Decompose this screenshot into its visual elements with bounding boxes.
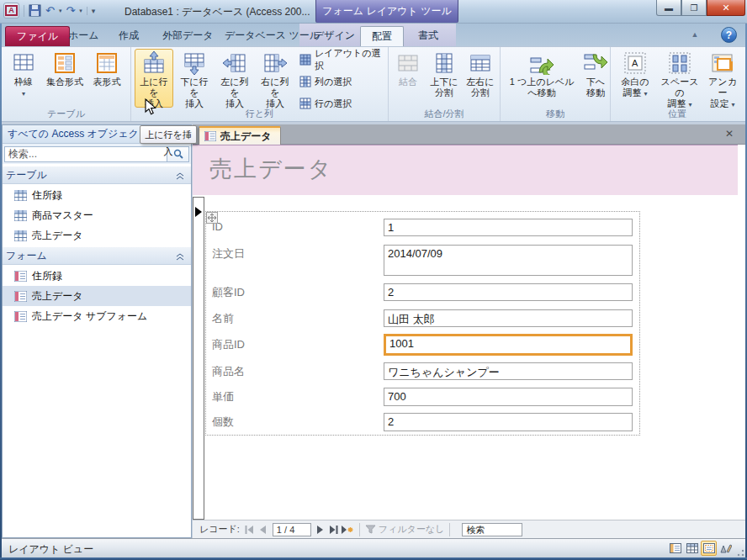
- group-label-move: 移動: [501, 108, 610, 120]
- close-document-icon[interactable]: ✕: [725, 128, 734, 140]
- field-label[interactable]: 顧客ID: [212, 285, 245, 300]
- move-up-button[interactable]: 1 つ上のレベルへ移動: [504, 49, 580, 108]
- record-selector-arrow-icon: [195, 207, 202, 217]
- document-tab-uriage-data[interactable]: 売上データ: [199, 126, 281, 145]
- last-record-icon[interactable]: [327, 523, 341, 536]
- tab-home[interactable]: ホーム: [57, 26, 110, 46]
- select-layout-button[interactable]: レイアウトの選択: [296, 50, 388, 69]
- split-horizontally-button[interactable]: 左右に分割: [463, 49, 498, 108]
- tab-create[interactable]: 作成: [108, 26, 150, 46]
- close-button[interactable]: ✕: [707, 0, 745, 16]
- ribbon-group-table: 枠線▾ 集合形式 表形式 テーブル: [2, 47, 131, 121]
- contextual-tools-label: フォーム レイアウト ツール: [315, 0, 458, 23]
- nav-section-tables[interactable]: テーブル: [3, 166, 191, 184]
- form-title[interactable]: 売上データ: [209, 154, 332, 184]
- field-row-id: ID 1: [206, 219, 639, 239]
- quick-access-toolbar: A ↶▾ ↷▾ ▾: [3, 3, 95, 18]
- save-icon[interactable]: [29, 4, 41, 17]
- ribbon-group-merge-split: 結合 上下に分割 左右に分割 結合/分割: [389, 47, 501, 121]
- help-icon[interactable]: ?: [721, 27, 737, 43]
- field-textbox-unit-price[interactable]: 700: [384, 388, 633, 406]
- collapse-chevron-icon[interactable]: [176, 172, 184, 180]
- field-textbox-customer-id[interactable]: 2: [384, 283, 633, 301]
- move-down-button[interactable]: 下へ移動: [581, 49, 610, 108]
- control-margins-button[interactable]: A 余白の調整 ▾: [614, 49, 656, 108]
- control-padding-icon: [668, 51, 691, 75]
- select-layout-icon: [299, 54, 311, 66]
- filter-status-label[interactable]: フィルターなし: [379, 523, 445, 536]
- undo-dropdown-icon[interactable]: ▾: [59, 8, 62, 14]
- gridlines-button[interactable]: 枠線▾: [5, 49, 42, 108]
- insert-column-right-button[interactable]: 右に列を挿入: [256, 49, 294, 108]
- field-textbox-quantity[interactable]: 2: [384, 413, 633, 431]
- field-row-order-date: 注文日 2014/07/09: [206, 245, 639, 277]
- previous-record-icon[interactable]: [257, 523, 270, 536]
- access-window: A ↶▾ ↷▾ ▾ Database1 : データベース (Access 200…: [0, 0, 747, 560]
- control-padding-button[interactable]: スペースの調整 ▾: [658, 49, 702, 108]
- insert-row-below-button[interactable]: 下に行を挿入: [175, 49, 214, 108]
- select-column-button[interactable]: 列の選択: [296, 72, 352, 91]
- field-row-customer-id: 顧客ID 2: [206, 283, 639, 303]
- form-header[interactable]: 売上データ: [193, 145, 738, 195]
- new-record-icon[interactable]: [341, 523, 354, 536]
- form-view-button[interactable]: [667, 541, 683, 556]
- field-label[interactable]: 商品ID: [212, 337, 245, 352]
- divider: [449, 523, 450, 536]
- qat-customize-icon[interactable]: ▾: [87, 7, 96, 15]
- nav-item-form-juushoroku[interactable]: 住所録: [3, 266, 191, 286]
- field-label[interactable]: 名前: [212, 311, 234, 326]
- filter-icon: [365, 525, 376, 534]
- tab-format[interactable]: 書式: [407, 26, 449, 46]
- field-textbox-name[interactable]: 山田 太郎: [384, 309, 633, 327]
- nav-item-form-uriage-subform[interactable]: 売上データ サブフォーム: [3, 306, 191, 326]
- record-selector-bar[interactable]: [193, 197, 204, 520]
- control-layout[interactable]: ID 1 注文日 2014/07/09 顧客ID 2 名前 山田 太郎: [205, 211, 640, 436]
- minimize-button[interactable]: ▬: [656, 0, 681, 16]
- field-textbox-order-date[interactable]: 2014/07/09: [384, 245, 633, 276]
- undo-icon[interactable]: ↶: [45, 4, 55, 18]
- maximize-button[interactable]: ❐: [681, 0, 707, 16]
- layout-move-handle[interactable]: [206, 212, 218, 224]
- tabular-layout-button[interactable]: 表形式: [87, 49, 126, 108]
- stacked-layout-button[interactable]: 集合形式: [44, 49, 86, 108]
- redo-icon[interactable]: ↷: [66, 4, 75, 18]
- anchoring-icon: [711, 51, 734, 75]
- first-record-icon[interactable]: [243, 523, 257, 536]
- minimize-ribbon-icon[interactable]: ▲: [688, 30, 702, 42]
- next-record-icon[interactable]: [314, 523, 327, 536]
- collapse-chevron-icon[interactable]: [176, 253, 184, 261]
- anchoring-button[interactable]: アンカー設定 ▾: [703, 49, 742, 108]
- layout-view-button[interactable]: [701, 541, 717, 556]
- resize-grip[interactable]: [734, 547, 744, 557]
- field-textbox-id[interactable]: 1: [384, 219, 633, 236]
- redo-dropdown-icon[interactable]: ▾: [79, 8, 82, 14]
- insert-column-right-icon: [263, 51, 287, 75]
- nav-item-table-shouhin-master[interactable]: 商品マスター: [3, 205, 191, 225]
- split-vertically-button[interactable]: 上下に分割: [426, 49, 462, 108]
- design-view-button[interactable]: [718, 541, 734, 556]
- tab-arrange[interactable]: 配置: [360, 26, 404, 46]
- nav-search-input[interactable]: 検索...: [4, 146, 167, 162]
- group-label-position: 位置: [611, 108, 744, 120]
- nav-section-forms[interactable]: フォーム: [3, 246, 191, 265]
- datasheet-view-button[interactable]: [684, 541, 700, 556]
- status-bar: レイアウト ビュー: [2, 538, 745, 557]
- table-icon: [14, 210, 27, 221]
- field-label[interactable]: 商品名: [212, 364, 245, 379]
- record-search-input[interactable]: 検索: [462, 523, 522, 536]
- nav-item-form-uriage-data[interactable]: 売上データ: [3, 286, 191, 306]
- nav-item-table-uriage-data[interactable]: 売上データ: [3, 225, 191, 246]
- nav-item-table-juushoroku[interactable]: 住所録: [3, 185, 191, 205]
- svg-text:A: A: [632, 58, 638, 68]
- mouse-cursor: [145, 98, 157, 116]
- field-label[interactable]: 個数: [212, 415, 234, 430]
- field-textbox-product-name[interactable]: ワニちゃんシャンプー: [384, 362, 633, 380]
- record-position-box[interactable]: 1 / 4: [273, 523, 311, 536]
- field-label[interactable]: 注文日: [212, 246, 245, 262]
- field-label[interactable]: 単価: [212, 389, 234, 404]
- insert-column-left-button[interactable]: 左に列を挿入: [215, 49, 254, 108]
- field-textbox-product-id-selected[interactable]: 1001: [384, 334, 633, 356]
- access-app-icon[interactable]: A: [3, 3, 19, 18]
- tab-design[interactable]: デザイン: [303, 26, 366, 46]
- select-column-icon: [299, 76, 311, 87]
